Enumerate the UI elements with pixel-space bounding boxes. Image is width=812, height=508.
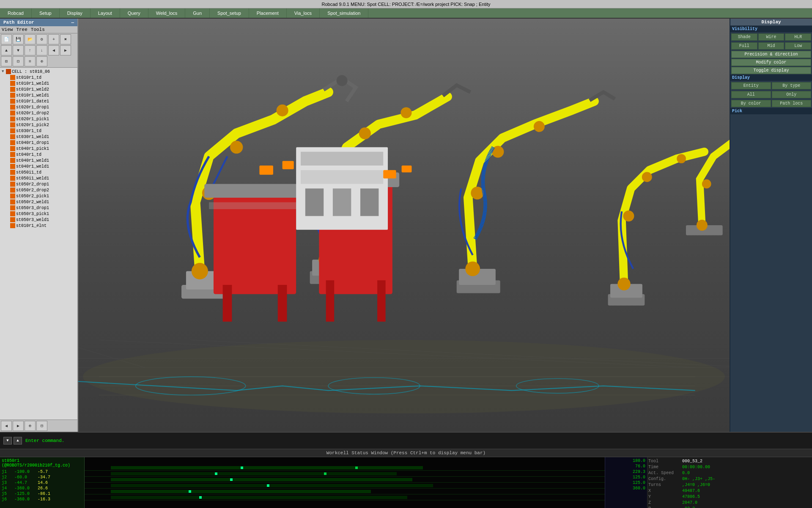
j3-min: -44.7 — [14, 480, 37, 486]
list-item[interactable]: st030r1_td — [1, 128, 77, 134]
cmd-icon-2[interactable]: ▲ — [14, 437, 22, 444]
list-item[interactable]: st050r3_weld1 — [1, 217, 77, 223]
list-item[interactable]: st050r3_drop1 — [1, 205, 77, 211]
timeline-area: st050r1 (@ROBOTS/r2000ib210f_tg.co) j1 j… — [0, 457, 812, 508]
menu-gun[interactable]: Gun — [185, 8, 210, 18]
list-item[interactable]: st020r1_pick2 — [1, 122, 77, 128]
act-speed-row: Act. Speed 0.0 — [648, 470, 811, 476]
svg-rect-39 — [301, 152, 383, 166]
svg-rect-46 — [383, 170, 396, 179]
j1-min: -100.0 — [14, 469, 37, 475]
list-item[interactable]: st050r3_pick1 — [1, 211, 77, 217]
vis-wire-btn[interactable]: Wire — [758, 33, 785, 41]
list-item[interactable]: st010r1_td — [1, 75, 77, 80]
pe-btn-new[interactable]: 📄 — [1, 34, 12, 44]
vis-hlr-btn[interactable]: HLR — [785, 33, 811, 41]
list-item[interactable]: st010r1_date1 — [1, 98, 77, 104]
svg-rect-40 — [301, 170, 383, 184]
pe-btn-r6[interactable]: ⊟ — [13, 56, 24, 66]
vis-low-btn[interactable]: Low — [785, 42, 811, 50]
pe-btn-down[interactable]: ▼ — [13, 45, 24, 55]
pe-btn-add[interactable]: + — [48, 34, 59, 44]
list-item[interactable]: st010r1_weld1 — [1, 92, 77, 98]
viewport[interactable] — [78, 19, 730, 432]
vis-row-2: Full Mid Low — [730, 41, 812, 50]
j2-curr: -34.7 — [37, 475, 56, 480]
display-entity-btn[interactable]: Entity — [731, 82, 771, 89]
svg-rect-41 — [305, 188, 324, 216]
pe-btn-r2[interactable]: ↓ — [36, 45, 47, 55]
list-item[interactable]: st050i1_weld1 — [1, 175, 77, 181]
pe-btn-up[interactable]: ▲ — [1, 45, 12, 55]
path-editor-list[interactable]: ▼ CELL : st010_06 st010r1_td st010r1_wel… — [0, 68, 77, 420]
list-item[interactable]: st040r1_weld1 — [1, 163, 77, 169]
menu-placement[interactable]: Placement — [249, 8, 287, 18]
list-item[interactable]: st020r1_drop1 — [1, 104, 77, 110]
menu-spot-setup[interactable]: Spot_setup — [210, 8, 249, 18]
pe-btn-r3[interactable]: ◀ — [48, 45, 59, 55]
menu-layout[interactable]: Layout — [91, 8, 120, 18]
cell-item[interactable]: ▼ CELL : st010_06 — [1, 69, 77, 75]
vis-mid-btn[interactable]: Mid — [758, 42, 785, 50]
list-item[interactable]: st040r1_pick1 — [1, 146, 77, 152]
svg-point-25 — [617, 278, 630, 290]
list-item[interactable]: st030r1_weld1 — [1, 134, 77, 140]
menu-display[interactable]: Display — [60, 8, 91, 18]
list-item[interactable]: st050i1_td — [1, 169, 77, 175]
pe-btn-delete[interactable]: ✖ — [60, 34, 71, 44]
display-by-type-btn[interactable]: By type — [772, 82, 812, 89]
display-by-color-btn[interactable]: By color — [731, 100, 771, 107]
cmd-icon-1[interactable]: ▼ — [3, 437, 12, 444]
pe-bottom-btn3[interactable]: ⊕ — [25, 421, 36, 431]
path-editor-close[interactable]: — — [71, 20, 74, 25]
display-all-btn[interactable]: All — [731, 91, 771, 98]
display-path-locs-btn[interactable]: Path locs — [772, 100, 812, 107]
list-item[interactable]: st050r2_weld1 — [1, 199, 77, 205]
svg-point-19 — [465, 262, 480, 276]
menu-weld-locs[interactable]: Weld_locs — [148, 8, 186, 18]
j4-min: -360.0 — [14, 486, 37, 491]
menu-via-locs[interactable]: Via_locs — [287, 8, 320, 18]
toggle-display-btn[interactable]: Toggle display — [731, 67, 811, 74]
workcell-status-text: Workcell Status Window (Press Ctrl+m to … — [326, 450, 486, 456]
pe-bottom-btn4[interactable]: ⊟ — [36, 421, 47, 431]
menu-query[interactable]: Query — [120, 8, 148, 18]
menu-setup[interactable]: Setup — [32, 8, 60, 18]
list-item[interactable]: st020r1_drop2 — [1, 110, 77, 116]
pe-menu-view[interactable]: View — [2, 27, 13, 32]
menu-spot-simulation[interactable]: Spot_simulation — [320, 8, 368, 18]
pe-btn-r7[interactable]: ≡ — [25, 56, 36, 66]
pe-btn-r1[interactable]: ↑ — [25, 45, 36, 55]
list-item[interactable]: st010r1_weld1 — [1, 80, 77, 86]
list-item[interactable]: st010r1_#lnt — [1, 223, 77, 229]
vis-full-btn[interactable]: Full — [731, 42, 757, 50]
list-item[interactable]: st050r2_drop2 — [1, 187, 77, 193]
main-menubar: Robcad Setup Display Layout Query Weld_l… — [0, 8, 812, 19]
list-item[interactable]: st040r1_drop1 — [1, 140, 77, 146]
config-value: 0H- ,J3+ ,J5- — [682, 477, 811, 481]
menu-robcad[interactable]: Robcad — [0, 8, 32, 18]
list-item[interactable]: st040r1_weld1 — [1, 157, 77, 163]
display-only-btn[interactable]: Only — [772, 91, 812, 98]
pe-btn-r5[interactable]: ⊞ — [1, 56, 12, 66]
pe-btn-r8[interactable]: ⊕ — [36, 56, 47, 66]
list-item[interactable]: st050r2_drop1 — [1, 181, 77, 187]
pe-btn-save[interactable]: 💾 — [13, 34, 24, 44]
path-editor-menubar: View Tree Tools — [0, 26, 77, 33]
list-item[interactable]: st010r1_weld2 — [1, 86, 77, 92]
pe-btn-r4[interactable]: ▶ — [60, 45, 71, 55]
pe-menu-tools[interactable]: Tools — [31, 27, 45, 32]
precision-direction-btn[interactable]: Precision & direction — [731, 51, 811, 58]
pe-bottom-btn2[interactable]: ▶ — [13, 421, 24, 431]
modify-color-btn[interactable]: Modify color — [731, 59, 811, 66]
list-item[interactable]: st020r1_pick1 — [1, 116, 77, 122]
list-item[interactable]: st040r1_td — [1, 152, 77, 157]
pe-btn-props[interactable]: ⚙ — [36, 34, 47, 44]
pe-bottom-btn1[interactable]: ◀ — [1, 421, 12, 431]
vis-shade-btn[interactable]: Shade — [731, 33, 757, 41]
command-bar: ▼ ▲ Enter command. — [0, 432, 812, 449]
list-item[interactable]: st050r2_pick1 — [1, 193, 77, 199]
pe-btn-open[interactable]: 📂 — [25, 34, 36, 44]
pe-menu-tree[interactable]: Tree — [16, 27, 27, 32]
timeline-tracks[interactable] — [85, 457, 605, 508]
